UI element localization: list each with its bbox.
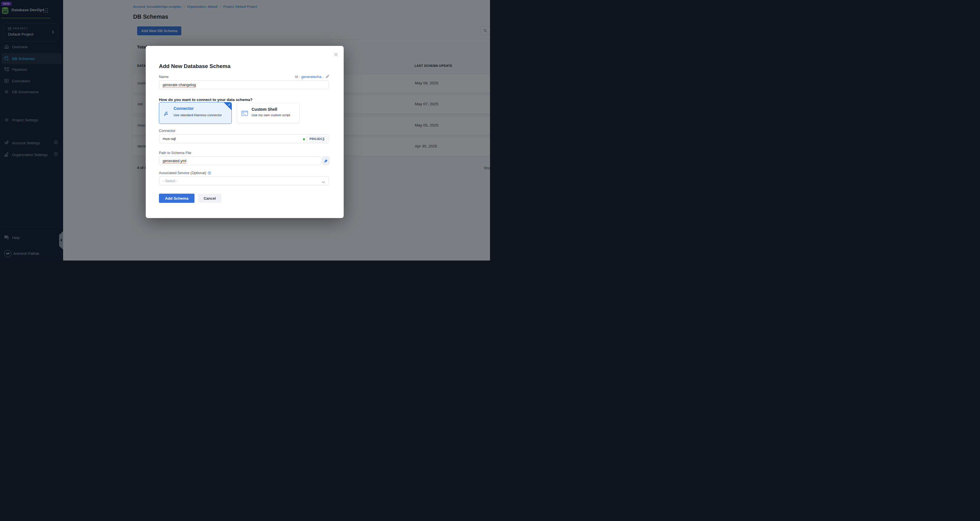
add-schema-modal: Add New Database Schema Name Id : genera… bbox=[146, 46, 344, 218]
path-input[interactable]: generated.yml bbox=[159, 156, 321, 165]
connector-fork-icon bbox=[163, 110, 170, 118]
associated-service-label: Associated Service (Optional) bbox=[159, 171, 211, 175]
connectivity-status-dot bbox=[303, 138, 305, 140]
close-icon[interactable] bbox=[333, 52, 339, 58]
entity-id-row: Id : generatecha... bbox=[295, 75, 329, 79]
chevron-down-icon bbox=[322, 138, 325, 142]
fixed-value-pin-icon[interactable] bbox=[323, 156, 329, 165]
connector-label: Connector bbox=[159, 129, 176, 133]
id-prefix: Id : bbox=[295, 75, 300, 79]
cancel-button[interactable]: Cancel bbox=[198, 194, 221, 203]
connector-select[interactable]: mux-sql PROJECT bbox=[159, 134, 329, 143]
name-label: Name bbox=[159, 75, 169, 79]
check-icon: ✓ bbox=[228, 103, 231, 107]
connection-question: How do you want to connect to your data … bbox=[159, 97, 253, 102]
info-circle-icon[interactable] bbox=[208, 171, 211, 175]
path-label: Path to Schema File bbox=[159, 151, 191, 155]
option-card-connector[interactable]: Connector Use standard Harness connector… bbox=[159, 102, 232, 124]
associated-service-select[interactable]: - Select - bbox=[159, 177, 329, 185]
terminal-icon bbox=[241, 110, 248, 118]
modal-title: Add New Database Schema bbox=[159, 63, 231, 69]
option-card-custom-shell[interactable]: Custom Shell Use my own custom script bbox=[237, 103, 299, 123]
id-value[interactable]: generatecha... bbox=[301, 75, 324, 79]
app-root: NEW Database DevOps PROJECT Default Proj… bbox=[0, 0, 490, 260]
edit-pencil-icon[interactable] bbox=[326, 75, 329, 79]
add-schema-button[interactable]: Add Schema bbox=[159, 194, 194, 203]
name-input[interactable]: generate-changelog bbox=[159, 80, 329, 89]
chevron-down-icon bbox=[322, 180, 325, 184]
